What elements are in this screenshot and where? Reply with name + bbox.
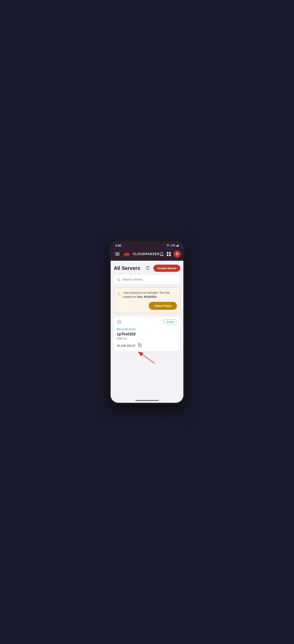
bell-icon bbox=[160, 252, 164, 256]
navbar: CLOUDPANZER D bbox=[111, 249, 183, 261]
refresh-button[interactable] bbox=[144, 264, 151, 272]
server-card[interactable]: Active Microsoft Azure cpTest102 PHP 8.2… bbox=[114, 316, 180, 351]
logo-area: CLOUDPANZER bbox=[123, 251, 160, 257]
svg-rect-14 bbox=[167, 254, 168, 256]
time: 2:00 bbox=[115, 244, 121, 247]
grid-button[interactable] bbox=[167, 252, 171, 256]
trial-banner: ⚠ Your account is on trial plan, The tri… bbox=[114, 288, 180, 313]
svg-rect-1 bbox=[176, 246, 177, 247]
signal-icon bbox=[176, 244, 179, 247]
check-plans-button[interactable]: Check Plans bbox=[149, 302, 177, 310]
refresh-icon bbox=[145, 266, 150, 271]
annotation-arrow bbox=[137, 352, 160, 365]
server-php: PHP 8.2 bbox=[117, 337, 177, 340]
trial-banner-bottom: Check Plans bbox=[117, 302, 177, 310]
grid-icon bbox=[167, 252, 171, 256]
copy-icon bbox=[138, 343, 142, 347]
wifi-icon bbox=[166, 244, 169, 246]
ip-address: 20.106.255.97 bbox=[117, 344, 136, 347]
svg-rect-17 bbox=[139, 344, 141, 347]
ip-row: 20.106.255.97 bbox=[117, 343, 177, 348]
status-icons: LTE bbox=[166, 244, 179, 247]
search-input[interactable] bbox=[122, 278, 177, 281]
logo-icon bbox=[123, 251, 131, 257]
trial-banner-top: ⚠ Your account is on trial plan, The tri… bbox=[117, 291, 177, 299]
card-top: Active bbox=[117, 319, 177, 325]
page-header: All Servers Create Server bbox=[114, 264, 180, 272]
nav-left: CLOUDPANZER bbox=[115, 251, 160, 257]
search-icon bbox=[117, 278, 120, 282]
hamburger-button[interactable] bbox=[115, 252, 120, 256]
avatar[interactable]: D bbox=[174, 250, 181, 258]
active-badge: Active bbox=[164, 319, 177, 324]
svg-rect-15 bbox=[169, 254, 171, 256]
app-name: CLOUDPANZER bbox=[133, 252, 160, 256]
search-container bbox=[114, 275, 180, 284]
create-server-button[interactable]: Create Server bbox=[153, 264, 180, 272]
svg-rect-2 bbox=[177, 245, 178, 247]
nav-right: D bbox=[160, 250, 181, 258]
svg-point-0 bbox=[168, 246, 168, 246]
star-button[interactable] bbox=[117, 319, 122, 325]
header-actions: Create Server bbox=[144, 264, 180, 272]
svg-rect-3 bbox=[178, 244, 178, 247]
hamburger-line-1 bbox=[115, 252, 120, 253]
svg-rect-12 bbox=[167, 252, 168, 254]
svg-rect-13 bbox=[169, 252, 171, 254]
home-indicator bbox=[135, 400, 159, 401]
status-bar: 2:00 LTE bbox=[111, 242, 183, 249]
svg-rect-11 bbox=[124, 256, 130, 256]
hamburger-line-2 bbox=[115, 254, 120, 254]
server-name: cpTest102 bbox=[117, 332, 177, 336]
notification-button[interactable] bbox=[160, 252, 164, 256]
provider-label: Microsoft Azure bbox=[117, 328, 177, 331]
copy-button[interactable] bbox=[138, 343, 142, 348]
arrow-annotation bbox=[114, 352, 180, 365]
svg-rect-6 bbox=[127, 253, 130, 254]
phone-frame: 2:00 LTE bbox=[109, 240, 185, 404]
page-title: All Servers bbox=[114, 265, 140, 271]
hamburger-line-3 bbox=[115, 255, 120, 256]
main-content: All Servers Create Server bbox=[111, 261, 183, 402]
lte-label: LTE bbox=[170, 244, 175, 247]
warning-icon: ⚠ bbox=[117, 291, 121, 296]
star-icon bbox=[117, 319, 122, 324]
trial-message: Your account is on trial plan, The trial… bbox=[123, 291, 177, 299]
